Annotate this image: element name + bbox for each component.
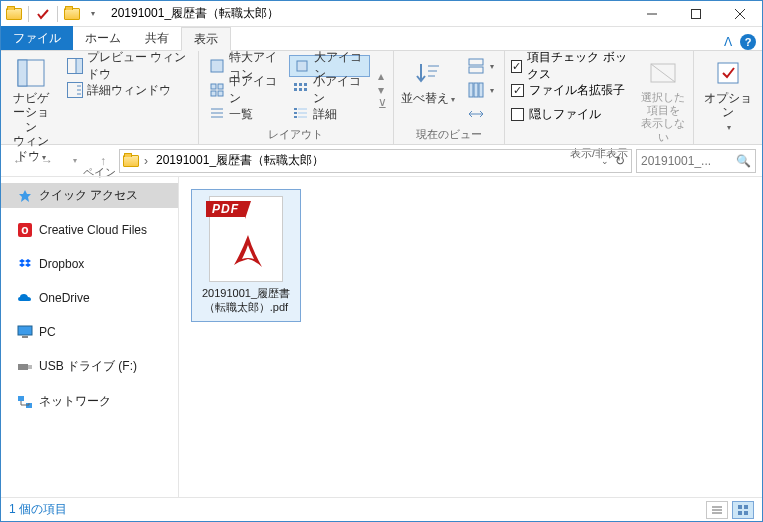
svg-rect-38: [469, 67, 483, 73]
svg-rect-65: [738, 505, 742, 509]
layout-details-button[interactable]: 詳細: [289, 103, 370, 125]
view-details-toggle[interactable]: [706, 501, 728, 519]
svg-rect-41: [479, 83, 483, 97]
svg-line-44: [651, 64, 675, 82]
maximize-button[interactable]: [674, 1, 718, 27]
svg-rect-39: [469, 83, 473, 97]
layout-scroll-down-icon[interactable]: ▾: [378, 83, 387, 97]
layout-medium-label: 中アイコン: [229, 73, 280, 107]
address-dropdown-icon[interactable]: ⌄: [601, 156, 609, 166]
file-view[interactable]: PDF 20191001_履歴書（転職太郎）.pdf: [179, 177, 762, 497]
close-button[interactable]: [718, 1, 762, 27]
search-icon: 🔍: [736, 154, 751, 168]
qat-dropdown-icon[interactable]: ▾: [83, 5, 101, 23]
network-icon: [17, 394, 33, 410]
nav-forward-button[interactable]: →: [35, 149, 59, 173]
svg-rect-20: [304, 83, 307, 86]
sort-by-button[interactable]: 並べ替え▾: [400, 55, 456, 125]
sidebar-item-dropbox[interactable]: Dropbox: [1, 252, 178, 276]
svg-marker-52: [25, 263, 31, 267]
quick-access-toolbar: ▾: [1, 5, 105, 23]
svg-rect-22: [299, 88, 302, 91]
window-title: 20191001_履歴書（転職太郎）: [105, 5, 630, 22]
layout-expand-icon[interactable]: ⊻: [378, 97, 387, 111]
tab-home[interactable]: ホーム: [73, 26, 133, 50]
sidebar-item-onedrive[interactable]: OneDrive: [1, 286, 178, 310]
status-item-count: 1 個の項目: [9, 501, 67, 518]
svg-marker-51: [19, 263, 25, 267]
layout-small-button[interactable]: 小アイコン: [289, 79, 370, 101]
svg-text:o: o: [21, 223, 28, 237]
group-label-options: [700, 139, 756, 144]
layout-scroll-up-icon[interactable]: ▴: [378, 69, 387, 83]
details-pane-label: 詳細ウィンドウ: [87, 82, 171, 99]
svg-rect-23: [304, 88, 307, 91]
options-label: オプション: [704, 91, 752, 119]
dropbox-icon: [17, 256, 33, 272]
tab-file[interactable]: ファイル: [1, 26, 73, 50]
ribbon-group-options: オプション▾: [694, 51, 762, 144]
sidebar-item-creative-cloud[interactable]: o Creative Cloud Files: [1, 218, 178, 242]
refresh-icon[interactable]: ↻: [615, 154, 625, 168]
sidebar-item-label: PC: [39, 325, 56, 339]
breadcrumb-sep-icon[interactable]: ›: [144, 154, 148, 168]
sidebar-item-usb[interactable]: USB ドライブ (F:): [1, 354, 178, 379]
hide-selected-label: 選択した項目を 表示しない: [639, 91, 687, 144]
sidebar-item-label: Creative Cloud Files: [39, 223, 147, 237]
nav-recent-button[interactable]: ▾: [63, 149, 87, 173]
search-placeholder: 20191001_...: [641, 154, 732, 168]
svg-rect-31: [294, 116, 297, 118]
add-columns-button[interactable]: ▾: [464, 79, 498, 101]
adobe-icon: [228, 231, 268, 275]
search-input[interactable]: 20191001_... 🔍: [636, 149, 756, 173]
tab-share[interactable]: 共有: [133, 26, 181, 50]
svg-rect-45: [718, 63, 738, 83]
svg-marker-50: [25, 259, 31, 263]
file-extensions-checkbox[interactable]: ファイル名拡張子: [511, 79, 631, 101]
svg-rect-40: [474, 83, 478, 97]
breadcrumb-folder[interactable]: 20191001_履歴書（転職太郎）: [152, 151, 328, 171]
size-columns-button[interactable]: [464, 103, 498, 125]
details-pane-button[interactable]: 詳細ウィンドウ: [63, 79, 192, 101]
ribbon-collapse-icon[interactable]: ᐱ: [724, 35, 732, 49]
tab-view[interactable]: 表示: [181, 27, 231, 51]
svg-rect-18: [294, 83, 297, 86]
layout-small-label: 小アイコン: [313, 73, 366, 107]
file-item[interactable]: PDF 20191001_履歴書（転職太郎）.pdf: [191, 189, 301, 322]
nav-up-button[interactable]: ↑: [91, 149, 115, 173]
qat-new-folder-icon[interactable]: [63, 5, 81, 23]
options-button[interactable]: オプション▾: [700, 55, 756, 139]
sidebar-item-network[interactable]: ネットワーク: [1, 389, 178, 414]
pc-icon: [17, 324, 33, 340]
svg-rect-32: [298, 116, 307, 118]
svg-rect-28: [298, 108, 307, 110]
address-folder-icon: [122, 152, 140, 170]
svg-marker-46: [19, 190, 31, 202]
sidebar-item-label: OneDrive: [39, 291, 90, 305]
address-bar[interactable]: › 20191001_履歴書（転職太郎） ⌄ ↻: [119, 149, 632, 173]
hidden-files-checkbox[interactable]: 隠しファイル: [511, 103, 631, 125]
qat-properties-icon[interactable]: [34, 5, 52, 23]
ribbon-group-layout: 特大アイコン 大アイコン 中アイコン 小アイコン 一覧 詳細 ▴ ▾ ⊻ レイア…: [199, 51, 395, 144]
usb-icon: [17, 359, 33, 375]
view-large-icons-toggle[interactable]: [732, 501, 754, 519]
item-checkboxes-label: 項目チェック ボックス: [527, 49, 631, 83]
ribbon: ナビゲーション ウィンドウ▾ プレビュー ウィンドウ 詳細ウィンドウ ペイン 特…: [1, 51, 762, 145]
ribbon-tabs: ファイル ホーム 共有 表示 ᐱ ?: [1, 27, 762, 51]
nav-back-button[interactable]: ←: [7, 149, 31, 173]
status-bar: 1 個の項目: [1, 497, 762, 521]
group-by-button[interactable]: ▾: [464, 55, 498, 77]
sidebar-item-quick-access[interactable]: クイック アクセス: [1, 183, 178, 208]
minimize-button[interactable]: [630, 1, 674, 27]
svg-rect-14: [211, 84, 216, 89]
preview-pane-button[interactable]: プレビュー ウィンドウ: [63, 55, 192, 77]
layout-medium-button[interactable]: 中アイコン: [205, 79, 284, 101]
hidden-files-label: 隠しファイル: [529, 106, 601, 123]
help-icon[interactable]: ?: [740, 34, 756, 50]
sidebar-item-pc[interactable]: PC: [1, 320, 178, 344]
svg-rect-53: [18, 326, 32, 335]
layout-list-button[interactable]: 一覧: [205, 103, 284, 125]
svg-rect-37: [469, 59, 483, 65]
hide-selected-button[interactable]: 選択した項目を 表示しない: [639, 55, 687, 144]
item-checkboxes-checkbox[interactable]: 項目チェック ボックス: [511, 55, 631, 77]
